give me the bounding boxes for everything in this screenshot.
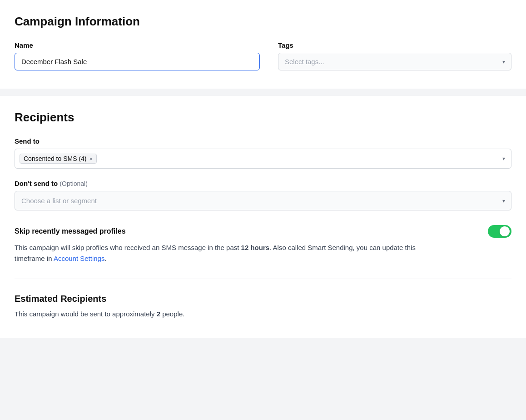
campaign-form-row: Name Tags Select tags... ▾: [15, 41, 511, 70]
dont-send-to-label: Don't send to (Optional): [15, 180, 511, 187]
campaign-name-input[interactable]: [15, 53, 260, 70]
estimated-desc-part1: This campaign would be sent to approxima…: [15, 310, 157, 318]
tags-select-wrapper: Select tags... ▾: [278, 53, 511, 70]
skip-hours-highlight: 12 hours: [241, 244, 270, 251]
account-settings-link[interactable]: Account Settings: [54, 255, 105, 262]
skip-title: Skip recently messaged profiles: [15, 227, 126, 235]
optional-label: (Optional): [60, 180, 87, 187]
estimated-recipients-section: Estimated Recipients This campaign would…: [15, 294, 511, 320]
tag-label: Consented to SMS (4): [24, 155, 87, 162]
consented-sms-tag: Consented to SMS (4) ×: [20, 154, 97, 164]
smart-sending-toggle[interactable]: [488, 225, 511, 238]
estimated-desc-part2: people.: [160, 310, 184, 318]
inner-section-divider: [15, 279, 511, 279]
estimated-count: 2: [157, 310, 160, 318]
recipients-section: Recipients Send to Consented to SMS (4) …: [0, 96, 526, 338]
tags-select[interactable]: Select tags...: [278, 53, 511, 70]
campaign-information-section: Campaign Information Name Tags Select ta…: [0, 0, 526, 89]
send-to-label: Send to: [15, 137, 511, 145]
tags-label: Tags: [278, 41, 511, 49]
name-label: Name: [15, 41, 260, 49]
skip-desc-part3: .: [104, 255, 106, 262]
dont-send-wrapper: Choose a list or segment ▾: [15, 191, 511, 210]
dont-send-to-group: Don't send to (Optional) Choose a list o…: [15, 180, 511, 210]
section-divider: [0, 89, 526, 96]
name-form-group: Name: [15, 41, 260, 70]
tag-remove-button[interactable]: ×: [89, 156, 93, 162]
campaign-section-title: Campaign Information: [15, 15, 511, 29]
estimated-description: This campaign would be sent to approxima…: [15, 309, 511, 320]
toggle-slider: [488, 225, 511, 238]
toggle-wrapper: [488, 225, 511, 238]
skip-desc-part1: This campaign will skip profiles who rec…: [15, 244, 241, 251]
send-to-group: Send to Consented to SMS (4) × ▾: [15, 137, 511, 169]
send-to-pill-container[interactable]: Consented to SMS (4) ×: [15, 149, 511, 169]
tags-form-group: Tags Select tags... ▾: [278, 41, 511, 70]
recipients-section-title: Recipients: [15, 110, 511, 125]
send-to-wrapper: Consented to SMS (4) × ▾: [15, 149, 511, 169]
skip-header: Skip recently messaged profiles: [15, 225, 511, 238]
estimated-title: Estimated Recipients: [15, 294, 511, 304]
skip-section: Skip recently messaged profiles This cam…: [15, 225, 511, 264]
skip-description: This campaign will skip profiles who rec…: [15, 242, 446, 264]
dont-send-select[interactable]: Choose a list or segment: [15, 191, 511, 210]
